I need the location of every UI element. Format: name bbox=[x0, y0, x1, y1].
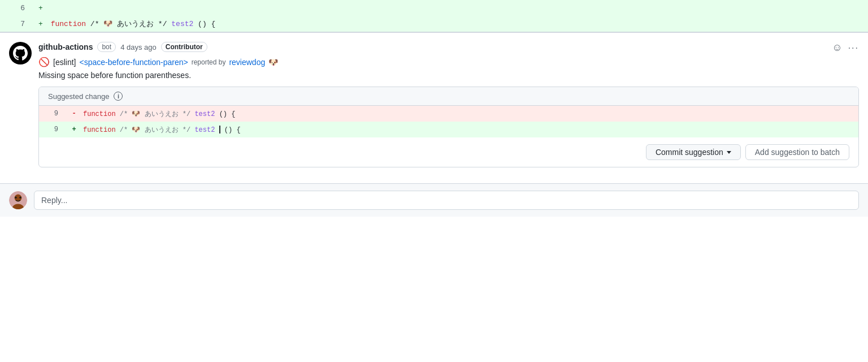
cm-remove: /* 🐶 あいうえお */ bbox=[120, 110, 195, 118]
bot-badge: bot bbox=[97, 42, 116, 52]
diff-row-add: 9 + function /* 🐶 あいうえお */ test2 () { bbox=[39, 122, 858, 137]
diff-plus-sign-7: + bbox=[38, 20, 43, 28]
comment-author: github-actions bbox=[38, 42, 93, 51]
comment-block: github-actions bot 4 days ago Contributo… bbox=[0, 32, 868, 183]
diff-row-remove: 9 - function /* 🐶 あいうえお */ test2 () { bbox=[39, 106, 858, 122]
diff-code-7: + function /* 🐶 あいうえお */ test2 () { bbox=[34, 19, 215, 29]
contributor-badge: Contributor bbox=[161, 42, 207, 52]
suggestion-actions: Commit suggestion Add suggestion to batc… bbox=[39, 137, 858, 167]
reviewdog-link[interactable]: reviewdog bbox=[229, 58, 265, 67]
avatar bbox=[9, 42, 32, 64]
paren-add: () { bbox=[224, 126, 241, 134]
suggested-change-box: Suggested change i 9 - function /* 🐶 あいう… bbox=[38, 87, 859, 167]
comment-title: 🚫 [eslint] <space-before-function-paren>… bbox=[38, 57, 859, 67]
plus-sign: + bbox=[67, 126, 81, 133]
reply-input[interactable]: Reply... bbox=[34, 191, 859, 210]
suggestion-diff: 9 - function /* 🐶 あいうえお */ test2 () { bbox=[39, 106, 858, 137]
comment-actions: ☺ ··· bbox=[832, 42, 859, 54]
add-code-content: function /* 🐶 あいうえお */ test2 () { bbox=[81, 125, 858, 135]
diff-top-row-6: 6 + bbox=[0, 0, 868, 16]
code-fn-top: test2 bbox=[171, 20, 193, 28]
code-paren-top: () { bbox=[198, 20, 215, 28]
info-icon: i bbox=[114, 92, 123, 101]
suggested-change-label: Suggested change bbox=[48, 92, 109, 101]
svg-point-4 bbox=[19, 197, 21, 199]
fn-add: test2 bbox=[194, 126, 215, 134]
github-logo-icon bbox=[13, 46, 28, 61]
svg-point-3 bbox=[15, 197, 16, 199]
kw-remove: function bbox=[83, 110, 116, 118]
emoji-button[interactable]: ☺ bbox=[832, 42, 842, 54]
code-comment-top: /* 🐶 あいうえお */ bbox=[90, 20, 171, 28]
cm-add: /* 🐶 あいうえお */ bbox=[120, 126, 195, 134]
page-wrapper: 6 + 7 + function /* 🐶 あいうえお */ test2 () … bbox=[0, 0, 868, 217]
reviewdog-emoji: 🐶 bbox=[268, 58, 278, 67]
remove-code-content: function /* 🐶 あいうえお */ test2 () { bbox=[81, 109, 858, 119]
eslint-text: [eslint] bbox=[53, 58, 76, 67]
suggested-change-header: Suggested change i bbox=[39, 87, 858, 106]
commit-suggestion-button[interactable]: Commit suggestion bbox=[646, 144, 741, 160]
comment-header: github-actions bot 4 days ago Contributo… bbox=[38, 42, 859, 52]
add-to-batch-button[interactable]: Add suggestion to batch bbox=[745, 144, 849, 160]
comment-content: github-actions bot 4 days ago Contributo… bbox=[38, 42, 859, 183]
chevron-down-icon bbox=[727, 151, 731, 154]
line-number-7: 7 bbox=[0, 20, 34, 28]
minus-sign: - bbox=[67, 110, 81, 118]
rule-link[interactable]: <space-before-function-paren> bbox=[79, 58, 188, 67]
diff-plus-sign-6: + bbox=[38, 4, 43, 12]
comment-time: 4 days ago bbox=[120, 43, 157, 51]
kw-add: function bbox=[83, 126, 116, 134]
add-to-batch-label: Add suggestion to batch bbox=[755, 148, 840, 157]
remove-line-num: 9 bbox=[39, 110, 67, 118]
cursor bbox=[219, 126, 220, 133]
diff-code-6: + bbox=[34, 4, 46, 12]
comment-body: 🚫 [eslint] <space-before-function-paren>… bbox=[38, 57, 859, 183]
more-options-button[interactable]: ··· bbox=[848, 43, 859, 53]
reply-area: Reply... bbox=[0, 183, 868, 217]
paren-remove: () { bbox=[219, 110, 236, 118]
add-line-num: 9 bbox=[39, 126, 67, 133]
line-number-6: 6 bbox=[0, 4, 34, 12]
reply-avatar-image bbox=[9, 191, 27, 209]
diff-top-section: 6 + 7 + function /* 🐶 あいうえお */ test2 () … bbox=[0, 0, 868, 32]
keyword-function-top: function bbox=[51, 20, 86, 28]
comment-description: Missing space before function parenthese… bbox=[38, 71, 859, 80]
fn-remove: test2 bbox=[194, 110, 215, 118]
reply-avatar bbox=[9, 191, 27, 209]
commit-suggestion-label: Commit suggestion bbox=[656, 148, 723, 157]
stop-icon: 🚫 bbox=[38, 57, 50, 67]
reported-by-text: reported by bbox=[192, 58, 226, 66]
diff-top-row-7: 7 + function /* 🐶 あいうえお */ test2 () { bbox=[0, 16, 868, 32]
